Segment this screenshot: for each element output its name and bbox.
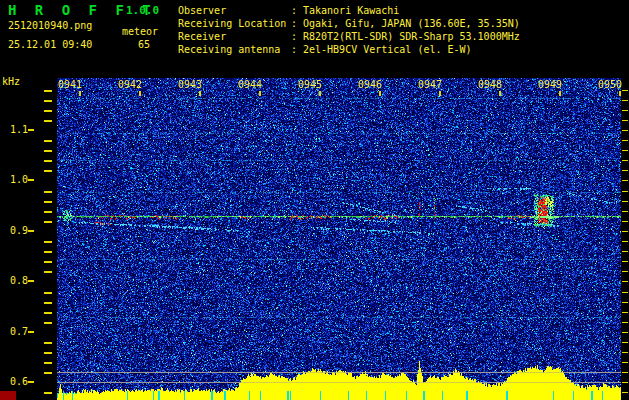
observer-label: Observer [178,5,226,17]
freq-minor-tick-mark [44,372,52,374]
freq-major-tick-mark [28,381,34,383]
time-tick-mark [439,91,441,96]
right-tick-mark [622,211,628,212]
right-tick-mark [622,221,628,222]
freq-major-tick-mark [28,331,34,333]
receiving-antenna-label: Receiving antenna [178,44,280,56]
time-tick-label: 0941 [58,79,84,90]
receiving-location-label: Receiving Location [178,18,286,30]
hrofft-app: H R O F F T 1.0.0 2512010940.png meteor … [0,0,629,400]
right-tick-mark [622,342,628,343]
right-tick-mark [622,332,628,333]
right-tick-mark [622,130,628,131]
right-tick-mark [622,110,628,111]
freq-tick-label: 1.0 [2,174,28,185]
right-tick-mark [622,90,628,91]
time-tick-label: 0949 [538,79,564,90]
time-tick-mark [139,91,141,96]
right-tick-mark [622,322,628,323]
freq-minor-tick-mark [44,120,52,122]
right-tick-mark [622,150,628,151]
time-tick-label: 0944 [238,79,264,90]
time-tick-label: 0945 [298,79,324,90]
right-tick-mark [622,292,628,293]
freq-minor-tick-mark [44,150,52,152]
version-label: 1.0.0 [126,5,159,17]
right-tick-mark [622,251,628,252]
right-tick-mark [622,120,628,121]
receiving-antenna-value: 2el-HB9CV Vertical (el. E-W) [303,44,472,56]
time-tick-mark [259,91,261,96]
freq-minor-tick-mark [44,261,52,263]
freq-minor-tick-mark [44,302,52,304]
echo-count: 65 [138,39,150,51]
freq-minor-tick-mark [44,160,52,162]
right-tick-mark [622,372,628,373]
colon: : [291,44,297,56]
right-tick-mark [622,352,628,353]
time-tick-mark [559,91,561,96]
freq-major-tick-mark [28,280,34,282]
time-tick-label: 0948 [478,79,504,90]
right-tick-mark [622,191,628,192]
observation-datetime: 25.12.01 09:40 [8,39,92,51]
freq-tick-label: 1.1 [2,124,28,135]
freq-minor-tick-mark [44,352,52,354]
time-tick-mark [619,91,621,96]
time-tick-mark [379,91,381,96]
time-tick-mark [499,91,501,96]
freq-minor-tick-mark [44,362,52,364]
corner-marker [0,391,16,400]
freq-minor-tick-mark [44,312,52,314]
y-axis-unit-label: kHz [2,76,20,88]
freq-minor-tick-mark [44,241,52,243]
right-tick-mark [622,392,628,393]
receiver-label: Receiver [178,31,226,43]
right-tick-mark [622,302,628,303]
colon: : [291,18,297,30]
time-tick-label: 0950 [598,79,624,90]
right-tick-mark [622,160,628,161]
mode-label: meteor [122,26,158,38]
freq-tick-label: 0.6 [2,376,28,387]
time-tick-label: 0947 [418,79,444,90]
freq-major-tick-mark [28,230,34,232]
right-tick-mark [622,362,628,363]
freq-tick-label: 0.9 [2,225,28,236]
freq-major-tick-mark [28,129,34,131]
freq-tick-label: 0.8 [2,275,28,286]
spectrogram-canvas [57,78,621,400]
filename-label: 2512010940.png [8,20,92,32]
time-tick-mark [79,91,81,96]
right-tick-mark [622,180,628,181]
time-tick-label: 0942 [118,79,144,90]
right-tick-mark [622,312,628,313]
right-tick-mark [622,271,628,272]
freq-minor-tick-mark [44,292,52,294]
freq-minor-tick-mark [44,191,52,193]
freq-minor-tick-mark [44,170,52,172]
time-tick-label: 0943 [178,79,204,90]
freq-tick-label: 0.7 [2,326,28,337]
right-tick-mark [622,140,628,141]
right-tick-mark [622,231,628,232]
right-tick-mark [622,281,628,282]
freq-minor-tick-mark [44,251,52,253]
freq-minor-tick-mark [44,221,52,223]
colon: : [291,31,297,43]
time-tick-mark [199,91,201,96]
receiver-value: R820T2(RTL-SDR) SDR-Sharp 53.1000MHz [303,31,520,43]
freq-minor-tick-mark [44,90,52,92]
observer-value: Takanori Kawachi [303,5,399,17]
freq-minor-tick-mark [44,140,52,142]
time-tick-label: 0946 [358,79,384,90]
freq-minor-tick-mark [44,271,52,273]
freq-minor-tick-mark [44,211,52,213]
freq-major-tick-mark [28,179,34,181]
freq-minor-tick-mark [44,100,52,102]
freq-minor-tick-mark [44,322,52,324]
freq-minor-tick-mark [44,110,52,112]
freq-minor-tick-mark [44,342,52,344]
time-tick-mark [319,91,321,96]
freq-minor-tick-mark [44,201,52,203]
